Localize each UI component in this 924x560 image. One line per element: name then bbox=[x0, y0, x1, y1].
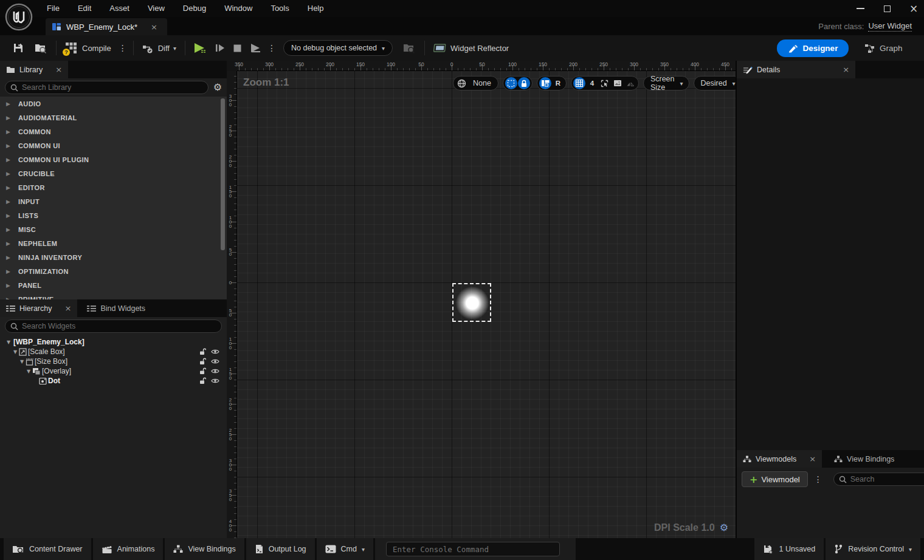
graph-mode-button[interactable]: Graph bbox=[864, 39, 903, 57]
globe-icon[interactable] bbox=[455, 77, 467, 89]
browse-debug-object-button[interactable] bbox=[398, 39, 421, 57]
menu-item-help[interactable]: Help bbox=[298, 0, 333, 17]
grid-snap-toggle[interactable] bbox=[573, 77, 585, 89]
library-category-common-ui-plugin[interactable]: ▶ COMMON UI PLUGIN bbox=[0, 152, 227, 166]
unsaved-assets-button[interactable]: 1 Unsaved bbox=[754, 538, 824, 560]
library-category-common-ui[interactable]: ▶ COMMON UI bbox=[0, 138, 227, 152]
asset-tab[interactable]: WBP_Enemy_Lock* × bbox=[46, 18, 167, 35]
hierarchy-search-input[interactable] bbox=[22, 322, 216, 330]
library-category-crucible[interactable]: ▶ CRUCIBLE bbox=[0, 166, 227, 180]
library-scrollbar[interactable] bbox=[221, 98, 225, 311]
designer-viewport[interactable]: Zoom 1:1 None bbox=[237, 71, 736, 538]
library-category-lists[interactable]: ▶ LISTS bbox=[0, 208, 227, 222]
add-viewmodel-button[interactable]: + Viewmodel bbox=[742, 471, 808, 487]
hierarchy-row-dot[interactable]: Dot bbox=[0, 376, 227, 386]
asset-tab-close-icon[interactable]: × bbox=[151, 22, 157, 32]
menu-item-asset[interactable]: Asset bbox=[100, 0, 139, 17]
compile-button[interactable]: ? Compile bbox=[60, 39, 116, 57]
visibility-toggle[interactable] bbox=[211, 349, 219, 355]
menu-item-file[interactable]: File bbox=[38, 0, 69, 17]
play-button[interactable] bbox=[189, 39, 211, 57]
browse-to-asset-button[interactable] bbox=[29, 39, 52, 57]
play-options-button[interactable]: ⋮ bbox=[265, 43, 278, 53]
library-category-audio[interactable]: ▶ AUDIO bbox=[0, 97, 227, 111]
hierarchy-row-overlay[interactable]: ▼ [Overlay] bbox=[0, 366, 227, 376]
view-bindings-button[interactable]: View Bindings bbox=[165, 538, 244, 560]
hierarchy-row-wbp-enemy-lock[interactable]: ▼ [WBP_Enemy_Lock] bbox=[0, 337, 227, 347]
lock-toggle[interactable] bbox=[199, 367, 206, 375]
diff-button[interactable]: Diff ▾ bbox=[137, 39, 181, 57]
cmd-dropdown-button[interactable]: Cmd ▾ bbox=[317, 538, 373, 560]
resolution-mode-dropdown[interactable]: Desired ▾ bbox=[694, 76, 736, 90]
save-button[interactable] bbox=[7, 39, 29, 57]
content-drawer-button[interactable]: Content Drawer bbox=[4, 538, 91, 560]
viewmodels-search-input[interactable] bbox=[850, 475, 924, 483]
lock-widgets-toggle[interactable] bbox=[518, 77, 530, 89]
visibility-toggle[interactable] bbox=[211, 378, 219, 384]
chevron-down-icon[interactable]: ▼ bbox=[5, 340, 12, 345]
debug-object-dropdown[interactable]: No debug object selected ▾ bbox=[283, 40, 393, 56]
tab-hierarchy[interactable]: Hierarchy × bbox=[0, 299, 77, 317]
screen-size-dropdown[interactable]: Screen Size ▾ bbox=[643, 76, 689, 90]
maximize-button[interactable] bbox=[880, 2, 894, 15]
details-tab-close-icon[interactable]: × bbox=[843, 65, 849, 74]
select-cursor-toggle[interactable] bbox=[599, 77, 611, 89]
menu-item-edit[interactable]: Edit bbox=[69, 0, 100, 17]
library-search-input[interactable] bbox=[22, 83, 203, 92]
viewmodel-options-button[interactable]: ⋮ bbox=[812, 474, 825, 484]
dpi-settings-gear-icon[interactable]: ⚙ bbox=[720, 523, 728, 533]
library-category-editor[interactable]: ▶ EDITOR bbox=[0, 180, 227, 194]
flip-preview-toggle[interactable] bbox=[624, 77, 636, 89]
library-category-panel[interactable]: ▶ PANEL bbox=[0, 278, 227, 292]
widget-reflector-button[interactable]: Widget Reflector bbox=[429, 39, 514, 57]
menu-item-tools[interactable]: Tools bbox=[261, 0, 298, 17]
library-category-primitive[interactable]: ▶ PRIMITIVE bbox=[0, 292, 227, 299]
tab-viewmodels[interactable]: Viewmodels × bbox=[737, 450, 822, 468]
compile-options-button[interactable]: ⋮ bbox=[116, 43, 129, 53]
library-category-misc[interactable]: ▶ MISC bbox=[0, 222, 227, 236]
visibility-toggle[interactable] bbox=[211, 368, 219, 374]
library-category-audiomaterial[interactable]: ▶ AUDIOMATERIAL bbox=[0, 111, 227, 125]
tab-library[interactable]: Library × bbox=[0, 61, 68, 78]
selected-widget-dot[interactable] bbox=[452, 283, 491, 322]
marquee-select-toggle[interactable] bbox=[505, 77, 517, 89]
lock-toggle[interactable] bbox=[199, 377, 206, 384]
show-outlines-toggle[interactable] bbox=[539, 77, 551, 89]
eject-possess-button[interactable] bbox=[246, 39, 265, 57]
output-log-button[interactable]: Output Log bbox=[246, 538, 315, 560]
lock-toggle[interactable] bbox=[199, 358, 206, 365]
menu-item-view[interactable]: View bbox=[139, 0, 174, 17]
hierarchy-row-size-box[interactable]: ▼ [Size Box] bbox=[0, 357, 227, 366]
designer-mode-button[interactable]: Designer bbox=[777, 39, 849, 57]
chevron-down-icon[interactable]: ▼ bbox=[18, 359, 26, 364]
chevron-down-icon[interactable]: ▼ bbox=[12, 349, 19, 355]
chevron-down-icon[interactable]: ▼ bbox=[25, 369, 32, 374]
revision-control-button[interactable]: Revision Control ▾ bbox=[826, 538, 920, 560]
library-category-common[interactable]: ▶ COMMON bbox=[0, 125, 227, 138]
localization-none-button[interactable]: None bbox=[468, 79, 496, 87]
viewmodels-tab-close-icon[interactable]: × bbox=[809, 454, 816, 463]
visibility-toggle[interactable] bbox=[211, 358, 219, 364]
library-tab-close-icon[interactable]: × bbox=[55, 65, 62, 74]
animations-button[interactable]: Animations bbox=[93, 538, 164, 560]
library-category-nephelem[interactable]: ▶ NEPHELEM bbox=[0, 236, 227, 250]
minimize-button[interactable] bbox=[853, 2, 867, 15]
library-category-ninja-inventory[interactable]: ▶ NINJA INVENTORY bbox=[0, 250, 227, 264]
hierarchy-row-scale-box[interactable]: ▼ [Scale Box] bbox=[0, 347, 227, 357]
lock-toggle[interactable] bbox=[199, 348, 206, 355]
stop-button[interactable] bbox=[229, 39, 246, 57]
frame-skip-button[interactable] bbox=[211, 39, 229, 57]
library-category-input[interactable]: ▶ INPUT bbox=[0, 194, 227, 208]
tab-details[interactable]: Details × bbox=[737, 61, 855, 78]
grid-snap-size[interactable]: 4 bbox=[586, 77, 598, 89]
tab-view-bindings[interactable]: View Bindings bbox=[828, 450, 900, 468]
respect-locks-toggle[interactable]: R bbox=[552, 77, 564, 89]
preview-background-toggle[interactable] bbox=[612, 77, 624, 89]
library-settings-gear-icon[interactable]: ⚙ bbox=[213, 83, 222, 92]
library-scrollbar-thumb[interactable] bbox=[221, 98, 225, 250]
console-command-input[interactable] bbox=[386, 542, 560, 556]
close-window-button[interactable]: × bbox=[907, 2, 920, 15]
menu-item-debug[interactable]: Debug bbox=[174, 0, 215, 17]
menu-item-window[interactable]: Window bbox=[215, 0, 261, 17]
parent-class-link[interactable]: User Widget bbox=[868, 21, 912, 32]
